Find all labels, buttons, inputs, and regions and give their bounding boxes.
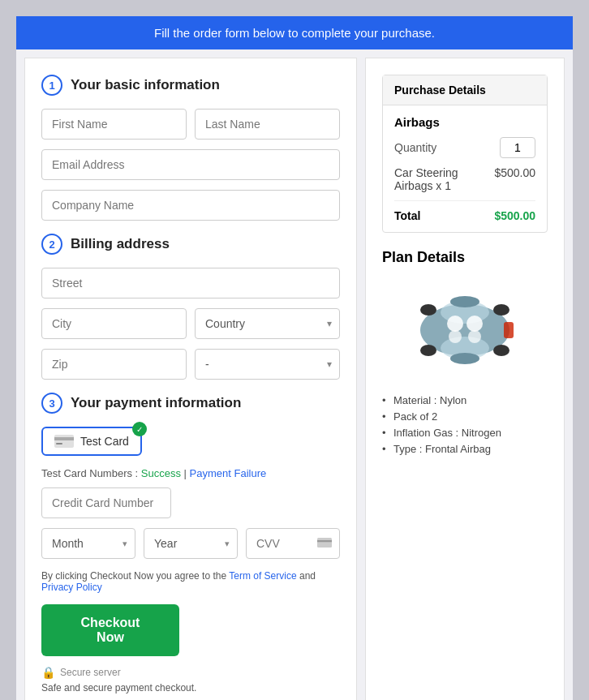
- quantity-row: Quantity: [394, 137, 535, 158]
- svg-point-13: [450, 353, 479, 364]
- zip-field: [41, 349, 187, 380]
- city-input[interactable]: [41, 308, 187, 339]
- city-field: [41, 308, 187, 339]
- company-input[interactable]: [41, 190, 340, 221]
- feature-3: Inflation Gas : Nitrogen: [382, 427, 548, 439]
- section1-header: 1 Your basic information: [41, 75, 340, 96]
- email-field: [41, 149, 340, 180]
- zip-state-row: - AL AK CA NY TX: [41, 349, 340, 380]
- section2-header: 2 Billing address: [41, 234, 340, 255]
- country-field: Country United States United Kingdom Can…: [195, 308, 340, 339]
- total-row: Total $500.00: [394, 209, 535, 222]
- terms-link[interactable]: Term of Service: [229, 570, 299, 582]
- street-row: [41, 268, 340, 298]
- svg-rect-4: [317, 540, 332, 542]
- first-name-field: [41, 109, 187, 140]
- state-field: - AL AK CA NY TX: [195, 349, 340, 380]
- section3-header: 3 Your payment information: [41, 393, 340, 414]
- email-input[interactable]: [41, 149, 340, 180]
- test-card-text: Test Card Numbers :: [41, 467, 138, 479]
- section1-number: 1: [41, 75, 62, 96]
- card-option[interactable]: ✓ Test Card: [41, 427, 142, 456]
- cvv-card-icon: [317, 536, 332, 551]
- feature-2: Pack of 2: [382, 410, 548, 423]
- item-label: Car Steering Airbags x 1: [394, 166, 494, 192]
- last-name-input[interactable]: [195, 109, 340, 140]
- svg-point-10: [449, 330, 462, 343]
- section2-title: Billing address: [71, 236, 170, 252]
- svg-point-8: [447, 316, 463, 332]
- expiry-cvv-row: Month 010203 040506 070809 101112 Year 2…: [41, 528, 340, 559]
- month-select[interactable]: Month 010203 040506 070809 101112: [41, 528, 135, 559]
- svg-point-11: [468, 330, 481, 343]
- svg-point-16: [420, 345, 436, 356]
- top-banner: Fill the order form below to complete yo…: [16, 16, 573, 49]
- country-select[interactable]: Country United States United Kingdom Can…: [195, 308, 340, 339]
- section2-number: 2: [41, 234, 62, 255]
- item-price-row: Car Steering Airbags x 1 $500.00: [394, 166, 535, 201]
- quantity-input[interactable]: [500, 137, 535, 158]
- right-panel: Purchase Details Airbags Quantity Car St…: [365, 58, 565, 700]
- year-select[interactable]: Year 202420252026 2027202820292030: [144, 528, 238, 559]
- svg-point-15: [420, 304, 436, 316]
- section3-title: Your payment information: [71, 395, 241, 411]
- secure-row: 🔒 Secure server: [41, 666, 340, 679]
- feature-4: Type : Frontal Airbag: [382, 443, 548, 455]
- item-price: $500.00: [494, 166, 535, 192]
- failure-link[interactable]: Payment Failure: [190, 467, 267, 479]
- safe-text: Safe and secure payment checkout.: [41, 682, 340, 694]
- section3-number: 3: [41, 393, 62, 414]
- svg-rect-14: [504, 322, 514, 338]
- check-badge: ✓: [132, 422, 147, 436]
- last-name-field: [195, 109, 340, 140]
- success-link[interactable]: Success: [141, 467, 184, 479]
- first-name-input[interactable]: [41, 109, 187, 140]
- feature-1: Material : Nylon: [382, 394, 548, 406]
- street-input[interactable]: [41, 268, 340, 298]
- purchase-details-box: Purchase Details Airbags Quantity Car St…: [382, 75, 548, 233]
- car-image: [382, 277, 548, 383]
- state-select[interactable]: - AL AK CA NY TX: [195, 349, 340, 380]
- zip-input[interactable]: [41, 349, 187, 380]
- svg-rect-2: [56, 443, 62, 444]
- purchase-details-header: Purchase Details: [383, 75, 547, 105]
- name-row: [41, 109, 340, 140]
- svg-point-18: [493, 345, 509, 356]
- svg-point-12: [450, 296, 479, 307]
- card-label: Test Card: [80, 435, 129, 448]
- cc-number-input[interactable]: [41, 487, 171, 518]
- product-name: Airbags: [394, 115, 535, 129]
- company-field: [41, 190, 340, 221]
- svg-rect-0: [54, 435, 74, 448]
- svg-point-9: [466, 316, 483, 332]
- banner-text: Fill the order form below to complete yo…: [154, 26, 435, 40]
- total-label: Total: [394, 209, 420, 222]
- svg-rect-1: [54, 437, 74, 440]
- card-icon: [54, 435, 74, 448]
- terms-text: By clicking Checkout Now you agree to th…: [41, 570, 340, 593]
- lock-icon: 🔒: [41, 666, 55, 679]
- month-wrap: Month 010203 040506 070809 101112: [41, 528, 135, 559]
- company-row: [41, 190, 340, 221]
- left-panel: 1 Your basic information: [24, 58, 357, 700]
- test-card-info: Test Card Numbers : Success | Payment Fa…: [41, 467, 340, 479]
- quantity-label: Quantity: [394, 141, 436, 154]
- checkout-button[interactable]: Checkout Now: [41, 604, 179, 656]
- plan-features-list: Material : Nylon Pack of 2 Inflation Gas…: [382, 394, 548, 455]
- secure-label: Secure server: [60, 667, 121, 678]
- street-field: [41, 268, 340, 298]
- purchase-details-body: Airbags Quantity Car Steering Airbags x …: [383, 105, 547, 232]
- privacy-link[interactable]: Privacy Policy: [41, 582, 102, 593]
- total-value: $500.00: [494, 209, 535, 222]
- plan-details-title: Plan Details: [382, 249, 548, 266]
- section1-title: Your basic information: [71, 77, 220, 93]
- svg-point-17: [493, 304, 509, 316]
- separator: |: [184, 467, 187, 479]
- svg-rect-3: [317, 538, 332, 548]
- cvv-wrap: [246, 528, 340, 559]
- cc-number-row: [41, 487, 340, 518]
- city-country-row: Country United States United Kingdom Can…: [41, 308, 340, 339]
- email-row: [41, 149, 340, 180]
- year-wrap: Year 202420252026 2027202820292030: [144, 528, 238, 559]
